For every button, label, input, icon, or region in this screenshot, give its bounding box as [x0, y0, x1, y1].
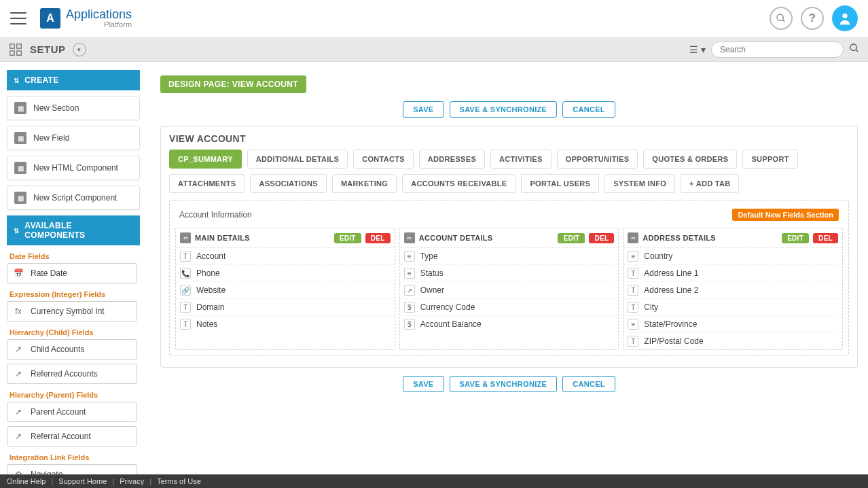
- delete-column-button[interactable]: DEL: [589, 233, 614, 243]
- available-component[interactable]: ↗Child Accounts: [7, 339, 137, 360]
- field-row[interactable]: $Account Balance: [400, 316, 619, 332]
- cancel-button[interactable]: CANCEL: [562, 101, 615, 118]
- create-item[interactable]: ▦New Section: [7, 96, 140, 120]
- field-row[interactable]: 🔗Website: [176, 282, 395, 299]
- section-column: ⇔ACCOUNT DETAILSEDITDEL≡Type≡Status↗Owne…: [399, 228, 619, 350]
- field-label: Currency Code: [420, 302, 475, 312]
- field-row[interactable]: TDomain: [176, 299, 395, 316]
- svg-rect-6: [17, 50, 21, 54]
- delete-column-button[interactable]: DEL: [813, 233, 838, 243]
- search-input[interactable]: [711, 41, 844, 58]
- tab-system-info[interactable]: SYSTEM INFO: [604, 174, 675, 193]
- app-logo[interactable]: A Applications Platform: [40, 8, 132, 29]
- tab-marketing[interactable]: MARKETING: [332, 174, 397, 193]
- footer-link[interactable]: Support Home: [58, 477, 107, 485]
- field-row[interactable]: ≡Status: [400, 265, 619, 282]
- component-group-label: Integration Link Fields: [10, 453, 137, 461]
- create-item[interactable]: ▦New HTML Component: [7, 156, 140, 180]
- available-component[interactable]: ⚙Navigate: [7, 464, 137, 474]
- edit-column-button[interactable]: EDIT: [558, 233, 585, 243]
- add-tab-button[interactable]: + ADD TAB: [681, 174, 739, 193]
- create-item[interactable]: ▦New Field: [7, 126, 140, 150]
- setup-icon: [8, 42, 23, 57]
- save-sync-button[interactable]: SAVE & SYNCHRONIZE: [450, 101, 558, 118]
- search-icon: [776, 13, 786, 24]
- component-group-label: Expression (Integer) Fields: [10, 290, 137, 298]
- component-icon: ▦: [14, 192, 26, 204]
- component-icon: ▦: [14, 132, 26, 144]
- field-row[interactable]: $Currency Code: [400, 299, 619, 316]
- global-search-button[interactable]: [770, 7, 793, 30]
- field-row[interactable]: ≡Type: [400, 248, 619, 265]
- field-row[interactable]: 📞Phone: [176, 265, 395, 282]
- edit-column-button[interactable]: EDIT: [782, 233, 809, 243]
- tab-attachments[interactable]: ATTACHMENTS: [169, 174, 245, 193]
- logo-subtitle: Platform: [66, 20, 132, 29]
- create-item[interactable]: ▦New Script Component: [7, 186, 140, 210]
- field-row[interactable]: TAccount: [176, 248, 395, 265]
- view-mode-toggle[interactable]: ☰ ▾: [689, 44, 706, 55]
- available-component[interactable]: ↗Parent Account: [7, 402, 137, 422]
- create-item-label: New Field: [33, 133, 69, 143]
- field-row[interactable]: TAddress Line 2: [623, 282, 842, 299]
- save-button[interactable]: SAVE: [403, 101, 444, 118]
- available-component[interactable]: ↗Referral Account: [7, 426, 137, 447]
- available-panel-header[interactable]: ⇅ AVAILABLE COMPONENTS: [7, 215, 140, 245]
- drag-handle-icon[interactable]: ⇔: [180, 232, 191, 243]
- available-component[interactable]: fxCurrency Symbol Int: [7, 301, 137, 321]
- field-type-icon: ⚙: [13, 469, 24, 474]
- field-type-icon: T: [628, 336, 638, 347]
- help-button[interactable]: ?: [801, 7, 824, 30]
- setup-dropdown[interactable]: ▾: [73, 43, 86, 56]
- svg-point-2: [842, 14, 847, 18]
- drag-handle-icon[interactable]: ⇔: [628, 232, 638, 243]
- drag-handle-icon[interactable]: ⇔: [404, 232, 415, 243]
- tab-quotes-orders[interactable]: QUOTES & ORDERS: [643, 150, 737, 169]
- field-row[interactable]: ↗Owner: [400, 282, 619, 299]
- tab-contacts[interactable]: CONTACTS: [353, 150, 414, 169]
- tab-opportunities[interactable]: OPPORTUNITIES: [557, 150, 638, 169]
- tab-cp-summary[interactable]: CP_SUMMARY: [169, 150, 242, 169]
- delete-column-button[interactable]: DEL: [365, 233, 391, 243]
- cancel-button-bottom[interactable]: CANCEL: [562, 376, 615, 392]
- field-type-icon: T: [628, 285, 638, 296]
- tab-accounts-receivable[interactable]: ACCOUNTS RECEIVABLE: [402, 174, 516, 193]
- field-label: Status: [420, 268, 444, 278]
- tab-support[interactable]: SUPPORT: [742, 150, 797, 169]
- field-type-icon: T: [180, 319, 191, 330]
- field-row[interactable]: ≡State/Province: [623, 316, 842, 333]
- tab-additional-details[interactable]: ADDITIONAL DETAILS: [247, 150, 348, 169]
- create-panel-header[interactable]: ⇅ CREATE: [7, 70, 140, 90]
- tab-addresses[interactable]: ADDRESSES: [419, 150, 485, 169]
- save-button-bottom[interactable]: SAVE: [403, 376, 444, 392]
- field-row[interactable]: TCity: [623, 299, 842, 316]
- tab-activities[interactable]: ACTIVITIES: [490, 150, 551, 169]
- column-title: MAIN DETAILS: [195, 234, 250, 242]
- field-label: ZIP/Postal Code: [644, 336, 703, 346]
- tab-associations[interactable]: ASSOCIATIONS: [250, 174, 327, 193]
- field-row[interactable]: TZIP/Postal Code: [623, 333, 842, 349]
- menu-toggle[interactable]: [10, 12, 26, 24]
- component-icon: ▦: [14, 162, 26, 174]
- available-component[interactable]: 📅Rate Date: [7, 263, 137, 283]
- search-submit[interactable]: [849, 43, 860, 56]
- field-label: Owner: [420, 285, 444, 295]
- user-avatar[interactable]: [832, 5, 858, 31]
- footer-link[interactable]: Privacy: [120, 477, 144, 485]
- field-label: Account: [196, 251, 225, 261]
- save-sync-button-bottom[interactable]: SAVE & SYNCHRONIZE: [450, 376, 558, 392]
- footer-link[interactable]: Terms of Use: [157, 477, 201, 485]
- available-component[interactable]: ↗Referred Accounts: [7, 364, 137, 384]
- svg-rect-5: [10, 50, 14, 54]
- field-type-icon: ↗: [13, 406, 24, 417]
- field-label: Country: [644, 251, 672, 261]
- field-type-icon: ↗: [13, 368, 24, 379]
- field-row[interactable]: TNotes: [176, 316, 395, 332]
- field-type-icon: 🔗: [180, 285, 191, 296]
- edit-column-button[interactable]: EDIT: [334, 233, 361, 243]
- tab-portal-users[interactable]: PORTAL USERS: [521, 174, 599, 193]
- logo-brand: Applications: [66, 7, 132, 21]
- field-row[interactable]: ≡Country: [623, 248, 842, 265]
- field-row[interactable]: TAddress Line 1: [623, 265, 842, 282]
- footer-link[interactable]: Online Help: [7, 477, 46, 485]
